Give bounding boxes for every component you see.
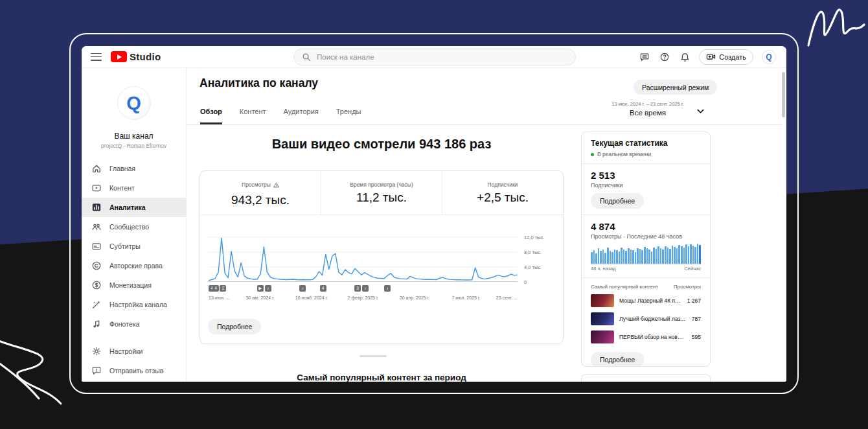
doodle-top-right (797, 0, 868, 58)
realtime-bar (662, 249, 664, 264)
video-marker-chip[interactable]: 4 (212, 285, 219, 292)
y-axis-tick: 4,0 тыс. (524, 264, 542, 270)
divider (187, 124, 782, 125)
realtime-bar (604, 253, 606, 264)
realtime-views-count: 4 874 (591, 221, 701, 232)
top-content-row[interactable]: ПЕРВЫЙ обзор на новый ...595 (591, 329, 701, 345)
sidebar-item-send-feedback[interactable]: Отправить отзыв (82, 361, 186, 380)
video-marker-chip[interactable]: 4 (320, 285, 326, 292)
realtime-bar (610, 251, 611, 264)
metric-tab-2[interactable]: Подписчики+2,5 тыс. (442, 171, 563, 214)
sidebar-item-monetization[interactable]: Монетизация (82, 275, 186, 295)
tab-label: Контент (240, 108, 266, 115)
sidebar-item-label: Авторские права (109, 262, 163, 270)
feedback-icon[interactable] (639, 51, 650, 63)
sidebar: Q Ваш канал projectQ - Roman Efremov Гла… (82, 68, 187, 382)
realtime-bar (692, 246, 694, 264)
window-frame: Studio (69, 33, 799, 394)
x-axis-tick: 2 февр. 2025 г. (347, 296, 378, 300)
topbar: Studio (82, 46, 786, 68)
top-content-header: Самый популярный контент Просмотры (591, 284, 701, 290)
metric-tabs: Просмотры943,2 тыс.Время просмотра (часы… (200, 171, 563, 215)
metric-label: Время просмотра (часы) (350, 181, 413, 188)
x-axis-tick: 23 сент. ... (496, 296, 518, 300)
metric-tab-0[interactable]: Просмотры943,2 тыс. (200, 171, 321, 214)
sidebar-item-label: Главная (109, 165, 135, 172)
home-icon (91, 163, 102, 174)
realtime-axis: 48 ч. назад Сейчас (591, 266, 701, 272)
realtime-bar-chart[interactable] (591, 244, 701, 264)
sidebar-item-analytics[interactable]: Аналитика (82, 198, 186, 217)
tab-trends[interactable]: Тренды (336, 107, 361, 124)
video-marker-chip[interactable]: ♪ (384, 285, 391, 292)
scrollbar[interactable] (782, 72, 785, 117)
realtime-bar (690, 244, 692, 264)
feedback-icon (91, 365, 102, 376)
notifications-icon[interactable] (679, 51, 691, 63)
advanced-mode-button[interactable]: Расширенный режим (634, 80, 717, 95)
account-avatar[interactable]: Q (762, 50, 776, 64)
analytics-tabs: ОбзорКонтентАудиторияТренды (200, 107, 361, 124)
channel-avatar[interactable]: Q (117, 86, 151, 120)
metric-value: 11,2 тыс. (356, 191, 407, 205)
create-button[interactable]: Создать (699, 49, 753, 65)
date-filter[interactable]: 13 июн. 2024 г. – 23 сент. 2025 г. Все в… (596, 101, 700, 117)
realtime-bar (600, 251, 602, 264)
sidebar-item-audio-library[interactable]: Фонотека (82, 314, 186, 334)
sidebar-item-community[interactable]: Сообщество (82, 217, 186, 237)
subscribers-see-more-button[interactable]: Подробнее (591, 193, 644, 209)
help-icon[interactable] (659, 51, 670, 63)
video-views: 787 (692, 316, 701, 322)
search-bar[interactable] (293, 49, 576, 65)
axis-right-label: Сейчас (684, 266, 701, 272)
metric-tab-1[interactable]: Время просмотра (часы)11,2 тыс. (321, 171, 442, 214)
sidebar-item-subtitles[interactable]: Субтитры (82, 237, 186, 256)
realtime-bar (625, 251, 627, 264)
y-axis-tick: 0 (524, 279, 527, 285)
realtime-bar (694, 247, 696, 264)
views-line-chart[interactable] (209, 220, 518, 282)
sidebar-item-label: Отправить отзыв (109, 367, 163, 375)
video-marker-chip[interactable]: 3 (354, 285, 361, 292)
top-content-row[interactable]: Лучший бюджетный лаз...787 (591, 311, 701, 327)
sidebar-footer-nav: НастройкиОтправить отзыв (82, 342, 186, 380)
sidebar-item-label: Сообщество (109, 223, 149, 231)
video-title: ПЕРВЫЙ обзор на новый ... (619, 334, 687, 340)
video-marker-chip[interactable]: ♪ (265, 285, 271, 292)
axis-left-label: 48 ч. назад (591, 266, 616, 272)
realtime-bar (635, 252, 637, 264)
subscribers-label: Подписчики (591, 182, 701, 189)
tab-overview[interactable]: Обзор (200, 107, 222, 124)
see-more-button[interactable]: Подробнее (208, 319, 261, 334)
create-video-icon (706, 52, 716, 63)
video-marker-chip[interactable]: ♪ (299, 285, 306, 292)
video-title: Лучший бюджетный лаз... (619, 316, 687, 322)
video-marker-chip[interactable]: 2 (220, 285, 226, 292)
video-marker-chip[interactable]: ♪ (362, 285, 369, 292)
sidebar-item-label: Субтитры (109, 242, 141, 250)
youtube-studio-logo[interactable]: Studio (111, 51, 161, 62)
video-marker-chip[interactable]: ▶ (257, 285, 264, 292)
realtime-see-more-button[interactable]: Подробнее (591, 352, 644, 367)
sidebar-item-home[interactable]: Главная (82, 159, 186, 178)
video-views: 1 267 (687, 297, 701, 304)
realtime-bar (646, 248, 648, 264)
realtime-title: Текущая статистика (591, 139, 701, 148)
realtime-bar (641, 250, 643, 264)
menu-icon[interactable] (91, 53, 102, 61)
sidebar-item-content[interactable]: Контент (82, 178, 186, 198)
realtime-bar (598, 248, 600, 264)
key-metrics-card: Просмотры943,2 тыс.Время просмотра (часы… (200, 170, 564, 344)
sidebar-item-settings[interactable]: Настройки (82, 342, 186, 361)
top-content-row[interactable]: Мощь! Лазерный 4К пр...1 267 (591, 293, 701, 308)
y-axis-tick: 8,0 тыс. (524, 249, 542, 255)
video-views: 595 (692, 334, 701, 340)
tab-audience[interactable]: Аудитория (284, 107, 319, 124)
sidebar-item-channel-customization[interactable]: Настройка канала (82, 295, 186, 314)
page-background: Studio (0, 0, 868, 429)
tab-content[interactable]: Контент (240, 107, 266, 124)
search-input[interactable] (317, 53, 569, 61)
chevron-down-icon[interactable] (696, 106, 705, 119)
realtime-stats-card: Текущая статистика В реальном времени 2 … (581, 132, 711, 367)
sidebar-item-copyright[interactable]: Авторские права (82, 256, 186, 275)
